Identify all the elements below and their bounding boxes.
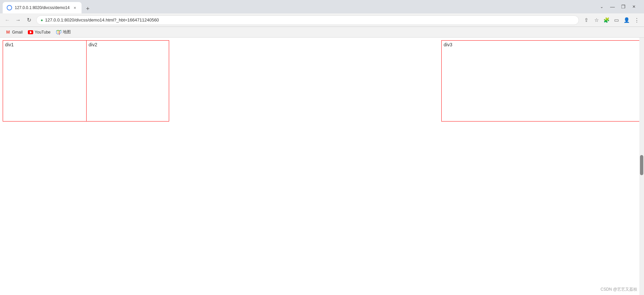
page-content: div1 div2 div3 CSDN @艺艺又荔枝 [0,38,644,295]
div2-box: div2 [86,40,169,121]
bookmark-maps-label: 地图 [63,29,71,35]
bookmark-gmail[interactable]: M Gmail [3,28,25,36]
maps-icon [56,30,61,35]
back-button[interactable]: ← [3,15,12,25]
reload-button[interactable]: ↻ [24,15,34,25]
bookmark-button[interactable]: ☆ [592,15,601,25]
profile-button[interactable]: 👤 [622,15,631,25]
youtube-icon [28,30,33,35]
div1-label: div1 [5,42,14,47]
share-button[interactable]: ⇧ [582,15,591,25]
watermark: CSDN @艺艺又荔枝 [600,287,637,292]
bookmark-youtube-label: YouTube [35,30,50,35]
title-bar: 127.0.0.1:8020/divcss/demo14 ✕ + ⌄ — ❐ ✕ [0,0,644,13]
active-tab[interactable]: 127.0.0.1:8020/divcss/demo14 ✕ [3,2,82,13]
toolbar-actions: ⇧ ☆ 🧩 ▭ 👤 ⋮ [582,15,641,25]
tab-title: 127.0.0.1:8020/divcss/demo14 [15,5,69,10]
bookmark-youtube[interactable]: YouTube [25,28,53,36]
more-tabs-button[interactable]: ⌄ [597,2,606,11]
div1-box: div1 [3,40,87,121]
maximize-button[interactable]: ❐ [618,2,628,11]
tab-favicon [7,5,12,10]
minimize-button[interactable]: — [608,2,617,11]
bookmark-gmail-label: Gmail [12,30,22,35]
page-body: div1 div2 div3 CSDN @艺艺又荔枝 [0,38,644,295]
side-panel-button[interactable]: ▭ [612,15,621,25]
gmail-icon: M [5,30,11,35]
address-bar[interactable]: ● 127.0.0.1:8020/divcss/demo14.html?_hbt… [36,15,579,25]
forward-button[interactable]: → [13,15,23,25]
tab-bar: 127.0.0.1:8020/divcss/demo14 ✕ + [3,0,597,13]
scrollbar-thumb[interactable] [640,155,643,175]
window-controls: ⌄ — ❐ ✕ [597,2,641,11]
menu-button[interactable]: ⋮ [632,15,641,25]
div3-box: div3 [441,40,644,121]
extensions-button[interactable]: 🧩 [602,15,611,25]
secure-icon: ● [41,18,43,22]
div3-label: div3 [444,42,452,47]
toolbar: ← → ↻ ● 127.0.0.1:8020/divcss/demo14.htm… [0,13,644,27]
bookmark-maps[interactable]: 地图 [53,28,73,36]
bookmarks-bar: M Gmail YouTube [0,27,644,38]
div2-label: div2 [89,42,97,47]
tab-close-button[interactable]: ✕ [72,5,78,10]
address-text: 127.0.0.1:8020/divcss/demo14.html?_hbt=1… [45,17,575,22]
close-button[interactable]: ✕ [629,2,639,11]
scrollbar[interactable] [639,38,644,295]
browser-window: 127.0.0.1:8020/divcss/demo14 ✕ + ⌄ — ❐ ✕… [0,0,644,295]
new-tab-button[interactable]: + [83,4,92,13]
